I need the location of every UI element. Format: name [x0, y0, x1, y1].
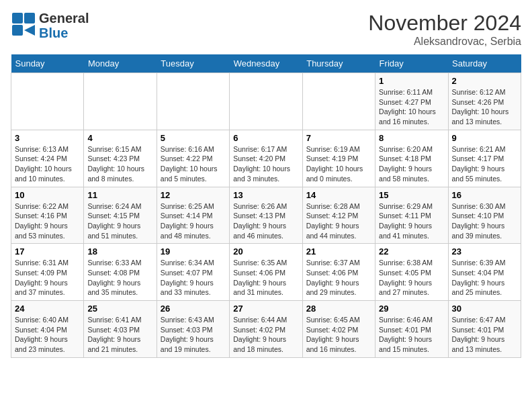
calendar-cell: 29Sunrise: 6:46 AMSunset: 4:01 PMDayligh…: [375, 301, 448, 358]
calendar-cell: [230, 73, 302, 130]
logo: General Blue: [11, 11, 89, 40]
calendar-cell: 5Sunrise: 6:16 AMSunset: 4:22 PMDaylight…: [157, 130, 229, 187]
calendar-table: SundayMondayTuesdayWednesdayThursdayFrid…: [11, 54, 521, 358]
calendar-cell: 30Sunrise: 6:47 AMSunset: 4:01 PMDayligh…: [448, 301, 521, 358]
day-info: Sunrise: 6:35 AMSunset: 4:06 PMDaylight:…: [233, 258, 298, 298]
day-info: Sunrise: 6:26 AMSunset: 4:13 PMDaylight:…: [233, 201, 298, 241]
calendar-cell: 24Sunrise: 6:40 AMSunset: 4:04 PMDayligh…: [11, 301, 84, 358]
calendar-cell: [302, 73, 375, 130]
logo-text: General Blue: [39, 11, 89, 40]
day-info: Sunrise: 6:46 AMSunset: 4:01 PMDaylight:…: [379, 315, 444, 355]
calendar-cell: 20Sunrise: 6:35 AMSunset: 4:06 PMDayligh…: [230, 244, 302, 301]
calendar-cell: 6Sunrise: 6:17 AMSunset: 4:20 PMDaylight…: [230, 130, 302, 187]
day-number: 20: [233, 246, 298, 257]
day-info: Sunrise: 6:28 AMSunset: 4:12 PMDaylight:…: [306, 201, 371, 241]
day-info: Sunrise: 6:15 AMSunset: 4:23 PMDaylight:…: [87, 144, 152, 184]
day-number: 9: [452, 133, 517, 143]
day-number: 18: [87, 246, 152, 257]
day-number: 10: [15, 190, 80, 200]
calendar-week-5: 24Sunrise: 6:40 AMSunset: 4:04 PMDayligh…: [11, 301, 521, 358]
calendar-cell: 2Sunrise: 6:12 AMSunset: 4:26 PMDaylight…: [448, 73, 521, 130]
day-info: Sunrise: 6:41 AMSunset: 4:03 PMDaylight:…: [87, 315, 152, 355]
day-info: Sunrise: 6:30 AMSunset: 4:10 PMDaylight:…: [452, 201, 517, 241]
day-number: 26: [161, 304, 226, 314]
calendar-week-3: 10Sunrise: 6:22 AMSunset: 4:16 PMDayligh…: [11, 187, 521, 244]
title-area: November 2024 Aleksandrovac, Serbia: [368, 11, 521, 48]
day-info: Sunrise: 6:13 AMSunset: 4:24 PMDaylight:…: [15, 144, 80, 184]
calendar-cell: 18Sunrise: 6:33 AMSunset: 4:08 PMDayligh…: [84, 244, 157, 301]
day-info: Sunrise: 6:11 AMSunset: 4:27 PMDaylight:…: [379, 87, 444, 127]
month-title: November 2024: [368, 11, 521, 36]
day-info: Sunrise: 6:34 AMSunset: 4:07 PMDaylight:…: [161, 258, 226, 298]
day-number: 24: [15, 304, 80, 314]
day-info: Sunrise: 6:45 AMSunset: 4:02 PMDaylight:…: [306, 315, 371, 355]
day-number: 22: [379, 246, 444, 257]
day-number: 30: [452, 304, 517, 314]
calendar-cell: [157, 73, 229, 130]
day-info: Sunrise: 6:37 AMSunset: 4:06 PMDaylight:…: [306, 258, 371, 298]
header-monday: Monday: [84, 54, 157, 73]
calendar-week-4: 17Sunrise: 6:31 AMSunset: 4:09 PMDayligh…: [11, 244, 521, 301]
day-info: Sunrise: 6:22 AMSunset: 4:16 PMDaylight:…: [15, 201, 80, 241]
day-number: 27: [233, 304, 298, 314]
calendar-cell: 22Sunrise: 6:38 AMSunset: 4:05 PMDayligh…: [375, 244, 448, 301]
day-info: Sunrise: 6:21 AMSunset: 4:17 PMDaylight:…: [452, 144, 517, 184]
day-number: 28: [306, 304, 371, 314]
calendar-cell: 14Sunrise: 6:28 AMSunset: 4:12 PMDayligh…: [302, 187, 375, 244]
day-number: 25: [87, 304, 152, 314]
header-tuesday: Tuesday: [157, 54, 229, 73]
calendar-cell: 25Sunrise: 6:41 AMSunset: 4:03 PMDayligh…: [84, 301, 157, 358]
day-info: Sunrise: 6:40 AMSunset: 4:04 PMDaylight:…: [15, 315, 80, 355]
calendar-cell: [84, 73, 157, 130]
day-number: 3: [15, 133, 80, 143]
day-number: 4: [87, 133, 152, 143]
header-friday: Friday: [375, 54, 448, 73]
calendar-cell: 13Sunrise: 6:26 AMSunset: 4:13 PMDayligh…: [230, 187, 302, 244]
day-number: 23: [452, 246, 517, 257]
calendar-cell: 11Sunrise: 6:24 AMSunset: 4:15 PMDayligh…: [84, 187, 157, 244]
header-wednesday: Wednesday: [230, 54, 302, 73]
calendar-cell: 9Sunrise: 6:21 AMSunset: 4:17 PMDaylight…: [448, 130, 521, 187]
day-info: Sunrise: 6:38 AMSunset: 4:05 PMDaylight:…: [379, 258, 444, 298]
calendar-cell: 28Sunrise: 6:45 AMSunset: 4:02 PMDayligh…: [302, 301, 375, 358]
day-number: 15: [379, 190, 444, 200]
calendar-cell: 15Sunrise: 6:29 AMSunset: 4:11 PMDayligh…: [375, 187, 448, 244]
calendar-cell: 21Sunrise: 6:37 AMSunset: 4:06 PMDayligh…: [302, 244, 375, 301]
calendar-cell: 19Sunrise: 6:34 AMSunset: 4:07 PMDayligh…: [157, 244, 229, 301]
calendar-week-1: 1Sunrise: 6:11 AMSunset: 4:27 PMDaylight…: [11, 73, 521, 130]
calendar-cell: [11, 73, 84, 130]
page-header: General Blue November 2024 Aleksandrovac…: [11, 11, 521, 48]
calendar-cell: 1Sunrise: 6:11 AMSunset: 4:27 PMDaylight…: [375, 73, 448, 130]
calendar-cell: 7Sunrise: 6:19 AMSunset: 4:19 PMDaylight…: [302, 130, 375, 187]
day-number: 29: [379, 304, 444, 314]
calendar-cell: 27Sunrise: 6:44 AMSunset: 4:02 PMDayligh…: [230, 301, 302, 358]
day-info: Sunrise: 6:33 AMSunset: 4:08 PMDaylight:…: [87, 258, 152, 298]
day-number: 7: [306, 133, 371, 143]
svg-marker-3: [24, 25, 35, 36]
day-number: 13: [233, 190, 298, 200]
day-number: 2: [452, 76, 517, 86]
day-number: 21: [306, 246, 371, 257]
day-info: Sunrise: 6:25 AMSunset: 4:14 PMDaylight:…: [161, 201, 226, 241]
day-number: 8: [379, 133, 444, 143]
day-info: Sunrise: 6:31 AMSunset: 4:09 PMDaylight:…: [15, 258, 80, 298]
calendar-cell: 26Sunrise: 6:43 AMSunset: 4:03 PMDayligh…: [157, 301, 229, 358]
day-number: 6: [233, 133, 298, 143]
day-number: 19: [161, 246, 226, 257]
calendar-cell: 3Sunrise: 6:13 AMSunset: 4:24 PMDaylight…: [11, 130, 84, 187]
calendar-cell: 17Sunrise: 6:31 AMSunset: 4:09 PMDayligh…: [11, 244, 84, 301]
svg-rect-2: [12, 25, 23, 36]
day-number: 12: [161, 190, 226, 200]
svg-rect-1: [24, 13, 35, 24]
day-info: Sunrise: 6:43 AMSunset: 4:03 PMDaylight:…: [161, 315, 226, 355]
day-info: Sunrise: 6:17 AMSunset: 4:20 PMDaylight:…: [233, 144, 298, 184]
calendar-cell: 4Sunrise: 6:15 AMSunset: 4:23 PMDaylight…: [84, 130, 157, 187]
header-row: SundayMondayTuesdayWednesdayThursdayFrid…: [11, 54, 521, 73]
day-number: 5: [161, 133, 226, 143]
day-number: 14: [306, 190, 371, 200]
day-info: Sunrise: 6:29 AMSunset: 4:11 PMDaylight:…: [379, 201, 444, 241]
svg-rect-0: [12, 13, 23, 24]
header-thursday: Thursday: [302, 54, 375, 73]
day-number: 17: [15, 246, 80, 257]
location-subtitle: Aleksandrovac, Serbia: [368, 36, 521, 48]
